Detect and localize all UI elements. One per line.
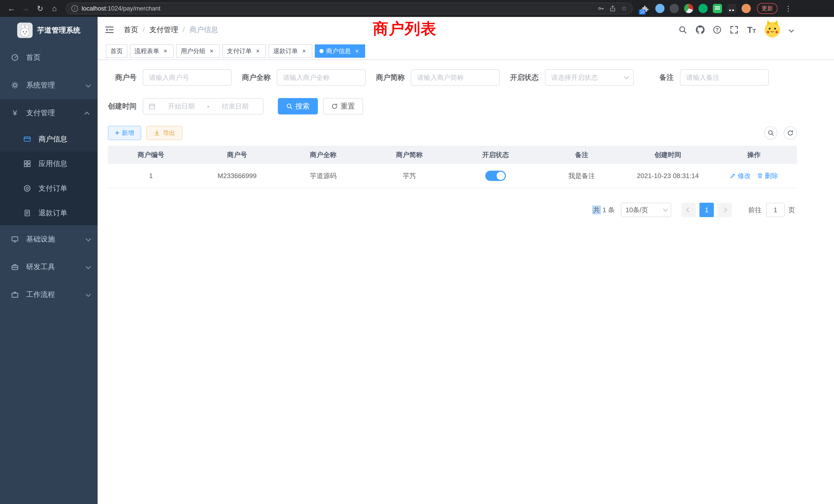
payment-submenu: 商户信息 应用信息 支付订单 [0,127,97,225]
browser-home-icon[interactable]: ⌂ [48,2,61,15]
password-key-icon[interactable] [597,5,604,12]
merchant-no-label: 商户号 [115,73,137,83]
extensions-puzzle-icon[interactable]: 10 [641,4,650,13]
briefcase-icon [10,291,20,298]
create-time-range-picker[interactable]: 开始日期 - 结束日期 [143,98,263,114]
tab-user-group[interactable]: 用户分组× [176,44,220,58]
page-size-select[interactable]: 10条/页 [621,203,671,217]
avatar-eye [769,28,771,29]
site-info-icon[interactable]: i [71,5,78,12]
chevron-down-icon [86,235,89,243]
goto-page-input[interactable] [766,203,785,217]
table-header: 创建时间 [625,151,711,159]
next-page-button[interactable] [718,203,732,217]
sidebar-item-refund-order[interactable]: 退款订单 [0,201,97,225]
share-icon[interactable] [609,5,616,12]
browser-forward-icon[interactable]: → [20,2,32,15]
table-header: 商户全称 [280,151,367,159]
app-logo[interactable]: 芋道管理系统 [0,17,97,44]
github-icon[interactable] [696,25,705,34]
extension-icon-blue[interactable] [655,4,664,13]
sidebar-item-home[interactable]: 首页 [0,44,97,71]
goto-unit-label: 页 [788,206,795,214]
table-header: 商户号 [194,151,280,159]
sidebar-item-merchant-info[interactable]: 商户信息 [0,127,97,152]
reset-button[interactable]: 重置 [323,98,363,114]
url-bar[interactable]: i localhost:1024/pay/merchant ☆ [66,3,633,14]
browser-update-button[interactable]: 更新 [757,3,777,14]
extension-icon-green-circle[interactable] [698,4,708,13]
close-icon[interactable]: × [254,47,261,55]
search-button[interactable]: 搜索 [278,98,318,114]
avatar-eye [774,28,776,29]
toggle-search-button[interactable] [764,126,777,140]
chevron-down-icon [624,74,629,79]
export-button-label: 导出 [163,129,175,137]
status-toggle[interactable] [485,171,506,181]
sidebar-toggle-icon[interactable] [105,25,115,35]
sidebar-item-system[interactable]: 系统管理 [0,71,97,99]
yen-icon: ¥ [10,109,20,117]
sidebar-item-label: 首页 [26,53,41,62]
tab-merchant-info[interactable]: 商户信息× [315,44,365,58]
table-header: 开启状态 [453,151,539,159]
extension-icon-dark[interactable] [670,4,679,13]
refresh-table-button[interactable] [784,126,797,140]
browser-menu-icon[interactable]: ⋮ [785,4,792,13]
help-icon[interactable]: ? [713,26,721,33]
tab-home[interactable]: 首页 [106,44,127,58]
sidebar-item-dev-tools[interactable]: 研发工具 [0,253,97,281]
extension-icon-multicolor[interactable] [684,4,693,13]
tab-process-form[interactable]: 流程表单× [130,44,174,58]
extensions-row: 10 [641,4,751,13]
delete-button[interactable]: 删除 [757,171,778,180]
browser-profile-avatar[interactable] [742,4,751,13]
close-icon[interactable]: × [301,47,308,55]
close-icon[interactable]: × [208,47,215,55]
add-button-label: 新增 [122,129,134,137]
browser-reload-icon[interactable]: ↻ [34,2,46,15]
reset-button-label: 重置 [341,101,355,111]
sidebar-item-infrastructure[interactable]: 基础设施 [0,225,97,253]
breadcrumb-payment[interactable]: 支付管理 [150,25,178,35]
sidebar-item-payment[interactable]: ¥ 支付管理 [0,99,97,127]
edit-button[interactable]: 修改 [730,171,751,180]
avatar-cheek [767,31,769,33]
fullscreen-icon[interactable] [730,25,739,34]
merchant-no-input[interactable] [143,69,232,86]
extension-icon-dark-square[interactable] [727,4,737,13]
avatar-mouth [771,30,774,32]
table-row: 1 M233666999 芋道源码 芋艿 我是备注 2021-10-23 08:… [108,164,797,188]
add-button[interactable]: + 新增 [108,126,141,140]
search-icon[interactable] [678,25,687,34]
tab-refund-order[interactable]: 退款订单× [269,44,312,58]
sidebar-item-app-info[interactable]: 应用信息 [0,152,97,176]
short-name-input[interactable] [411,69,500,86]
prev-page-button[interactable] [681,203,696,217]
sidebar-item-label: 研发工具 [26,262,55,272]
cell-remark: 我是备注 [539,171,625,180]
trash-icon [757,173,763,179]
status-select[interactable]: 请选择开启状态 [545,69,634,86]
close-icon[interactable]: × [353,47,360,55]
user-avatar[interactable] [765,22,780,38]
sidebar-item-pay-order[interactable]: 支付订单 [0,176,97,201]
caret-down-icon[interactable] [789,25,792,35]
extension-icon-green-square[interactable] [713,4,722,13]
sidebar-item-label: 支付管理 [26,108,55,118]
font-size-icon[interactable]: TT [747,25,756,34]
browser-back-icon[interactable]: ← [5,2,18,15]
page-number-button[interactable]: 1 [699,203,714,217]
close-icon[interactable]: × [162,47,169,55]
tab-pay-order[interactable]: 支付订单× [222,44,266,58]
bookmark-star-icon[interactable]: ☆ [621,5,627,13]
document-icon [23,209,32,217]
sidebar: 芋道管理系统 首页 系统管理 ¥ 支付管理 [0,17,97,504]
plus-icon: + [115,129,119,137]
full-name-input[interactable] [277,69,366,86]
cell-create-time: 2021-10-23 08:31:14 [625,172,711,180]
breadcrumb-home[interactable]: 首页 [124,25,138,35]
remark-input[interactable] [680,69,769,86]
sidebar-item-workflow[interactable]: 工作流程 [0,281,97,308]
export-button[interactable]: 导出 [146,126,182,140]
